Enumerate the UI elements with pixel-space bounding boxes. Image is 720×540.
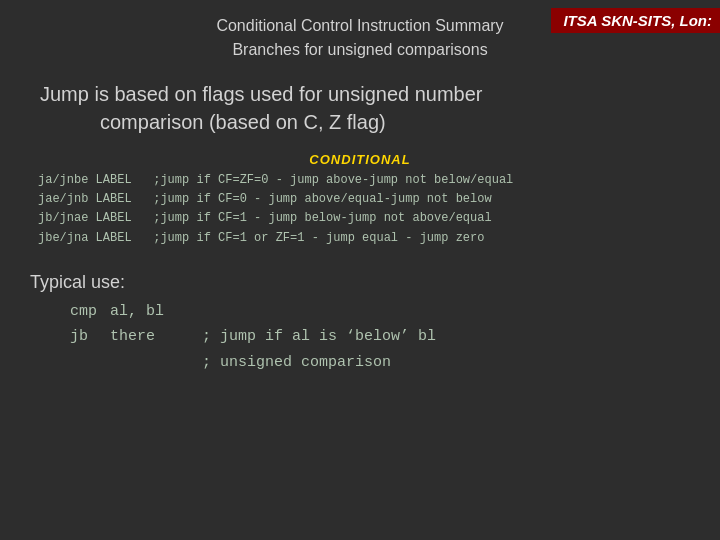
slide: ITSA SKN-SITS, Lon: Conditional Control … <box>0 0 720 540</box>
typical-comment2: ; unsigned comparison <box>202 354 391 371</box>
typical-col1-row1: cmp <box>30 299 110 325</box>
typical-col2-row1: al, bl <box>110 299 190 325</box>
code-line-4: jbe/jna LABEL ;jump if CF=1 or ZF=1 - ju… <box>38 229 690 248</box>
jump-heading-line1: Jump is based on flags used for unsigned… <box>40 80 690 108</box>
jump-heading-line2: comparison (based on C, Z flag) <box>100 108 690 136</box>
typical-row-1: cmp al, bl <box>30 299 720 325</box>
conditional-label: CONDITIONAL <box>30 152 690 167</box>
typical-comment1: ; jump if al is ‘below’ bl ; unsigned co… <box>202 324 436 375</box>
brand-text: ITSA SKN-SITS, Lon: <box>563 12 712 29</box>
code-line-3: jb/jnae LABEL ;jump if CF=1 - jump below… <box>38 209 690 228</box>
typical-row-2: jb there ; jump if al is ‘below’ bl ; un… <box>30 324 720 375</box>
code-line-2: jae/jnb LABEL ;jump if CF=0 - jump above… <box>38 190 690 209</box>
typical-label: Typical use: <box>30 272 720 293</box>
typical-section: Typical use: cmp al, bl jb there ; jump … <box>30 272 720 376</box>
typical-code: cmp al, bl jb there ; jump if al is ‘bel… <box>30 299 720 376</box>
title-line2: Branches for unsigned comparisons <box>0 38 720 62</box>
jump-heading: Jump is based on flags used for unsigned… <box>40 80 690 136</box>
typical-col2-row2: there <box>110 324 190 350</box>
main-content: Jump is based on flags used for unsigned… <box>0 62 720 248</box>
code-line-1: ja/jnbe LABEL ;jump if CF=ZF=0 - jump ab… <box>38 171 690 190</box>
typical-col1-row2: jb <box>30 324 110 350</box>
code-block: ja/jnbe LABEL ;jump if CF=ZF=0 - jump ab… <box>38 171 690 248</box>
brand-header: ITSA SKN-SITS, Lon: <box>551 8 720 33</box>
